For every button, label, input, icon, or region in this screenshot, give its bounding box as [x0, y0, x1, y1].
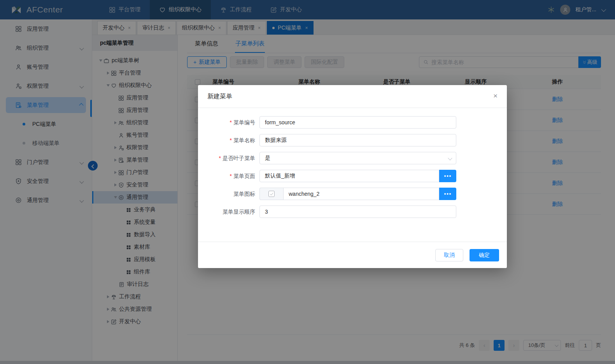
- form-row-menu-page: *菜单页面 ●●●: [198, 170, 456, 182]
- form-row-menu-code: *菜单编号: [198, 116, 456, 129]
- required-mark: *: [230, 137, 232, 143]
- field-label: *菜单名称: [198, 134, 259, 146]
- dialog-footer: 取消 确定: [198, 242, 507, 268]
- new-menu-dialog: 新建菜单 × *菜单编号 *菜单名称 *是否叶子菜单 *菜单页面 ●●● 菜单: [198, 85, 507, 268]
- form-row-display-order: 菜单显示顺序: [198, 206, 456, 218]
- field-label: *菜单页面: [198, 170, 259, 182]
- dialog-header: 新建菜单: [198, 85, 507, 108]
- field-label: *菜单编号: [198, 116, 259, 129]
- required-mark: *: [219, 155, 221, 161]
- menu-code-input[interactable]: [259, 116, 456, 129]
- field-label: 菜单显示顺序: [198, 206, 259, 218]
- dialog-body: *菜单编号 *菜单名称 *是否叶子菜单 *菜单页面 ●●● 菜单图标: [198, 108, 507, 218]
- icon-enabled-checkbox[interactable]: [268, 191, 275, 197]
- icon-checkbox-addon: [259, 188, 283, 200]
- field-label: 菜单图标: [198, 188, 259, 200]
- is-leaf-select[interactable]: [259, 152, 456, 164]
- field-label: *是否叶子菜单: [198, 152, 259, 164]
- required-mark: *: [230, 119, 232, 125]
- confirm-button[interactable]: 确定: [470, 249, 499, 261]
- menu-name-input[interactable]: [259, 134, 456, 146]
- check-icon: [270, 192, 274, 196]
- dialog-title: 新建菜单: [207, 92, 232, 101]
- menu-icon-picker-button[interactable]: ●●●: [439, 188, 456, 200]
- cancel-button[interactable]: 取消: [435, 249, 463, 261]
- required-mark: *: [230, 173, 232, 179]
- form-row-is-leaf: *是否叶子菜单: [198, 152, 456, 164]
- menu-icon-input[interactable]: [283, 188, 439, 200]
- menu-page-input[interactable]: [259, 170, 439, 182]
- display-order-input[interactable]: [259, 206, 456, 218]
- menu-page-picker-button[interactable]: ●●●: [439, 170, 456, 182]
- form-row-menu-icon: 菜单图标 ●●●: [198, 188, 456, 200]
- close-icon[interactable]: ×: [493, 92, 498, 99]
- form-row-menu-name: *菜单名称: [198, 134, 456, 146]
